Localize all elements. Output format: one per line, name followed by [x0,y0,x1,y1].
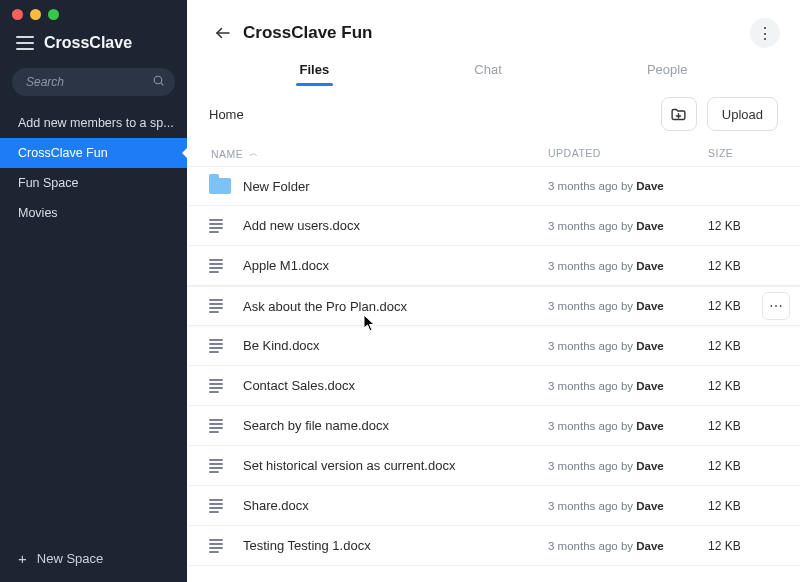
row-more-button[interactable]: ⋯ [762,292,790,320]
search-input[interactable] [12,68,175,96]
file-name: Be Kind.docx [243,338,548,353]
file-name: Share.docx [243,498,548,513]
column-headers: NAME ︿ UPDATED SIZE [187,141,800,166]
sort-caret-icon: ︿ [249,147,259,160]
upload-button[interactable]: Upload [707,97,778,131]
folder-icon [209,178,231,194]
tab-files[interactable]: Files [296,56,334,85]
document-icon [209,259,223,273]
file-row[interactable]: New Folder3 months ago by Dave [187,166,800,206]
document-icon [209,379,223,393]
app-name: CrossClave [44,34,132,52]
maximize-window[interactable] [48,9,59,20]
file-updated: 3 months ago by Dave [548,300,708,312]
new-folder-button[interactable] [661,97,697,131]
file-size: 12 KB [708,419,778,433]
file-name: Contact Sales.docx [243,378,548,393]
document-icon [209,299,223,313]
file-row[interactable]: Share.docx3 months ago by Dave12 KB [187,486,800,526]
file-name: New Folder [243,179,548,194]
main: CrossClave Fun ⋮ FilesChatPeople Home Up… [187,0,800,582]
tab-chat[interactable]: Chat [470,56,505,85]
file-row[interactable]: Set historical version as current.docx3 … [187,446,800,486]
file-name: Ask about the Pro Plan.docx [243,299,548,314]
file-updated: 3 months ago by Dave [548,420,708,432]
sidebar-space-item[interactable]: CrossClave Fun [0,138,187,168]
file-size: 12 KB [708,499,778,513]
file-size: 12 KB [708,219,778,233]
document-icon [209,219,223,233]
sidebar-space-item[interactable]: Fun Space [0,168,187,198]
page-more-button[interactable]: ⋮ [750,18,780,48]
file-name: Testing Testing 1.docx [243,538,548,553]
window-controls [0,0,187,20]
file-row[interactable]: Ask about the Pro Plan.docx3 months ago … [187,286,800,326]
search-wrap [12,68,175,96]
file-updated: 3 months ago by Dave [548,180,708,192]
new-space-button[interactable]: + New Space [0,535,187,582]
column-name[interactable]: NAME ︿ [209,147,548,160]
sidebar-space-item[interactable]: Add new members to a sp... [0,108,187,138]
document-icon [209,459,223,473]
brand-row: CrossClave [0,20,187,64]
file-size: 12 KB [708,459,778,473]
breadcrumb[interactable]: Home [209,107,244,122]
document-icon [209,339,223,353]
file-updated: 3 months ago by Dave [548,540,708,552]
page-title: CrossClave Fun [243,23,372,43]
file-updated: 3 months ago by Dave [548,460,708,472]
document-icon [209,419,223,433]
space-list: Add new members to a sp...CrossClave Fun… [0,108,187,228]
file-size: 12 KB [708,339,778,353]
tabs: FilesChatPeople [187,56,800,85]
file-updated: 3 months ago by Dave [548,220,708,232]
file-name: Add new users.docx [243,218,548,233]
sidebar: CrossClave Add new members to a sp...Cro… [0,0,187,582]
toolbar: Home Upload [187,85,800,141]
file-name: Search by file name.docx [243,418,548,433]
file-name: Apple M1.docx [243,258,548,273]
file-row[interactable]: Apple M1.docx3 months ago by Dave12 KB [187,246,800,286]
file-name: Set historical version as current.docx [243,458,548,473]
column-size[interactable]: SIZE [708,147,778,160]
document-icon [209,539,223,553]
tab-people[interactable]: People [643,56,691,85]
back-button[interactable] [209,19,237,47]
file-row[interactable]: Contact Sales.docx3 months ago by Dave12… [187,366,800,406]
header: CrossClave Fun ⋮ [187,0,800,56]
file-size: 12 KB [708,379,778,393]
close-window[interactable] [12,9,23,20]
file-row[interactable]: Testing Testing 1.docx3 months ago by Da… [187,526,800,566]
file-updated: 3 months ago by Dave [548,500,708,512]
file-row[interactable]: Search by file name.docx3 months ago by … [187,406,800,446]
menu-icon[interactable] [16,35,34,51]
file-size: 12 KB [708,539,778,553]
file-row[interactable]: Be Kind.docx3 months ago by Dave12 KB [187,326,800,366]
new-space-label: New Space [37,551,103,566]
minimize-window[interactable] [30,9,41,20]
upload-label: Upload [722,107,763,122]
file-updated: 3 months ago by Dave [548,260,708,272]
file-rows: New Folder3 months ago by DaveAdd new us… [187,166,800,582]
column-updated[interactable]: UPDATED [548,147,708,160]
file-size: 12 KB [708,259,778,273]
document-icon [209,499,223,513]
plus-icon: + [18,551,27,566]
file-updated: 3 months ago by Dave [548,340,708,352]
sidebar-space-item[interactable]: Movies [0,198,187,228]
file-updated: 3 months ago by Dave [548,380,708,392]
file-row[interactable]: Add new users.docx3 months ago by Dave12… [187,206,800,246]
